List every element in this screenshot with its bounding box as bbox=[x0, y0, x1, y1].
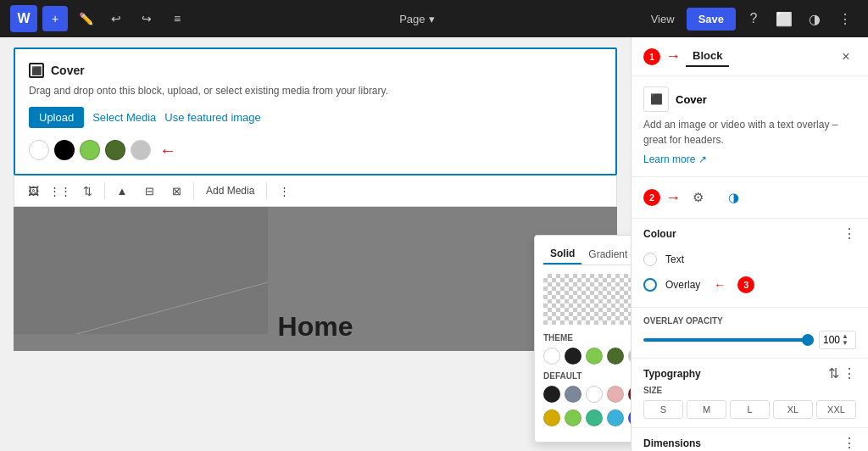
dimensions-more-btn[interactable]: ⋮ bbox=[843, 437, 856, 450]
topbar-center: Page ▾ bbox=[197, 13, 637, 25]
text-colour-label: Text bbox=[665, 253, 684, 265]
typography-filter-btn[interactable]: ⇅ bbox=[828, 367, 839, 381]
right-panel: 1 → Block × ⬛ Cover Add an image or vide… bbox=[631, 37, 868, 451]
add-block-button[interactable]: + bbox=[42, 6, 68, 31]
size-s[interactable]: S bbox=[643, 400, 683, 419]
theme-label: THEME bbox=[543, 333, 631, 342]
color-swatches: ← bbox=[29, 140, 602, 160]
save-button[interactable]: Save bbox=[687, 8, 736, 31]
typography-more-btn[interactable]: ⋮ bbox=[843, 367, 856, 381]
color-swatch-dark-green[interactable] bbox=[105, 140, 125, 160]
size-label: SIZE bbox=[643, 386, 856, 395]
add-media-button[interactable]: Add Media bbox=[199, 181, 261, 200]
default-white[interactable] bbox=[586, 386, 603, 403]
cover-home-text: Home bbox=[278, 311, 353, 342]
page-indicator[interactable]: Page ▾ bbox=[399, 13, 434, 25]
panel-icon-set: ⚙ ◑ bbox=[686, 186, 745, 209]
panel-cover-link[interactable]: Learn more ↗ bbox=[643, 153, 707, 165]
toolbar-arrows-btn[interactable]: ⇅ bbox=[75, 179, 99, 203]
toolbar-grid-btn[interactable]: ⋮⋮ bbox=[48, 179, 72, 203]
default-yellow[interactable] bbox=[543, 409, 560, 426]
dimensions-header: Dimensions ⋮ bbox=[643, 437, 856, 450]
cover-actions: Upload Select Media Use featured image bbox=[29, 107, 602, 128]
upload-button[interactable]: Upload bbox=[29, 107, 84, 128]
color-tabs: Solid Gradient bbox=[543, 244, 631, 265]
more-options-button[interactable]: ⋮ bbox=[832, 6, 858, 31]
overlay-colour-radio[interactable] bbox=[643, 278, 657, 292]
opacity-thumb[interactable] bbox=[802, 334, 814, 346]
toolbar-more-btn[interactable]: ⋮ bbox=[272, 179, 296, 203]
panel-header: 1 → Block × bbox=[632, 37, 868, 76]
theme-color-gray[interactable] bbox=[628, 348, 631, 365]
default-light-green[interactable] bbox=[565, 409, 581, 426]
default-blue[interactable] bbox=[628, 409, 631, 426]
toolbar-layout-btn[interactable]: ⊟ bbox=[137, 179, 161, 203]
theme-color-green[interactable] bbox=[586, 348, 603, 365]
typography-title: Typography bbox=[643, 368, 701, 380]
arrow-indicator: ← bbox=[159, 141, 176, 160]
details-button[interactable]: ≡ bbox=[164, 6, 190, 31]
gradient-tab[interactable]: Gradient bbox=[581, 244, 631, 264]
colour-section-header: Colour ⋮ bbox=[643, 227, 856, 241]
opacity-row: 100 ▲ ▼ bbox=[643, 331, 856, 349]
dimensions-section: Dimensions ⋮ PADDING ⇅ 🔗 bbox=[632, 428, 868, 451]
default-gray[interactable] bbox=[565, 386, 581, 403]
default-dark-red[interactable] bbox=[628, 386, 631, 403]
opacity-down[interactable]: ▼ bbox=[842, 340, 849, 347]
colour-title: Colour bbox=[643, 228, 676, 240]
select-media-button[interactable]: Select Media bbox=[92, 111, 156, 124]
help-button[interactable]: ? bbox=[741, 6, 766, 31]
color-swatch-white[interactable] bbox=[29, 140, 49, 160]
color-picker-popup: Solid Gradient THEME DEFAULT bbox=[534, 235, 631, 443]
color-checker-pattern[interactable] bbox=[543, 274, 631, 325]
default-black[interactable] bbox=[543, 386, 560, 403]
edit-tool-button[interactable]: ✏️ bbox=[73, 6, 98, 31]
redo-button[interactable]: ↪ bbox=[134, 6, 159, 31]
default-light-blue[interactable] bbox=[607, 409, 624, 426]
layout-button[interactable]: ⬜ bbox=[771, 6, 797, 31]
toolbar-divider-2 bbox=[193, 182, 194, 199]
topbar-left: W + ✏️ ↩ ↪ ≡ bbox=[10, 5, 190, 32]
size-xl[interactable]: XL bbox=[773, 400, 813, 419]
undo-button[interactable]: ↩ bbox=[103, 6, 129, 31]
theme-color-row bbox=[543, 348, 631, 365]
topbar: W + ✏️ ↩ ↪ ≡ Page ▾ View Save ? ⬜ ◑ ⋮ bbox=[0, 0, 868, 37]
opacity-slider[interactable] bbox=[643, 338, 814, 342]
block-tab[interactable]: Block bbox=[686, 46, 729, 67]
solid-tab[interactable]: Solid bbox=[543, 244, 581, 264]
size-xxl[interactable]: XXL bbox=[816, 400, 856, 419]
panel-tabs: Block bbox=[686, 46, 729, 67]
toolbar-expand-btn[interactable]: ⊠ bbox=[164, 179, 188, 203]
panel-icon-row: 2 → ⚙ ◑ bbox=[632, 177, 868, 219]
color-swatch-light-gray[interactable] bbox=[131, 140, 151, 160]
theme-color-white[interactable] bbox=[543, 348, 560, 365]
panel-cover-icon: ⬛ bbox=[643, 86, 669, 112]
default-color-row-2 bbox=[543, 409, 631, 426]
color-swatch-green[interactable] bbox=[80, 140, 100, 160]
size-m[interactable]: M bbox=[687, 400, 726, 419]
style-button[interactable]: ◑ bbox=[802, 6, 827, 31]
view-button[interactable]: View bbox=[644, 9, 682, 29]
topbar-right: View Save ? ⬜ ◑ ⋮ bbox=[644, 6, 858, 31]
theme-color-dark-green[interactable] bbox=[607, 348, 624, 365]
default-pink[interactable] bbox=[607, 386, 624, 403]
colour-more-button[interactable]: ⋮ bbox=[843, 227, 856, 241]
default-teal[interactable] bbox=[586, 409, 603, 426]
style-icon-button[interactable]: ◑ bbox=[721, 186, 745, 209]
annotation-badge-2: 2 bbox=[643, 189, 660, 206]
use-featured-button[interactable]: Use featured image bbox=[164, 111, 260, 124]
cover-block: ⬛ Cover Drag and drop onto this block, u… bbox=[14, 47, 617, 175]
overlay-opacity-label: OVERLAY OPACITY bbox=[643, 316, 856, 326]
settings-icon-button[interactable]: ⚙ bbox=[686, 186, 709, 209]
typography-section: Typography ⇅ ⋮ SIZE S M L XL XXL bbox=[632, 359, 868, 428]
toolbar-image-btn[interactable]: 🖼 bbox=[21, 179, 45, 203]
cover-image-area: Home bbox=[14, 207, 617, 351]
theme-color-black[interactable] bbox=[565, 348, 581, 365]
toolbar-align-btn[interactable]: ▲ bbox=[110, 179, 134, 203]
wordpress-logo[interactable]: W bbox=[10, 5, 37, 32]
color-swatch-black[interactable] bbox=[54, 140, 75, 160]
size-l[interactable]: L bbox=[730, 400, 770, 419]
text-colour-radio[interactable] bbox=[643, 253, 657, 266]
typography-icon-row: ⇅ ⋮ bbox=[828, 367, 856, 381]
panel-close-button[interactable]: × bbox=[836, 47, 856, 67]
